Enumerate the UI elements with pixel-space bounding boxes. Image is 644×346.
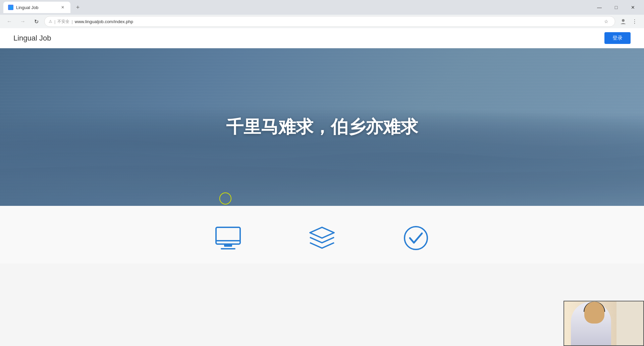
check-circle-icon bbox=[402, 226, 429, 250]
svg-marker-7 bbox=[310, 227, 334, 238]
maximize-button[interactable]: □ bbox=[608, 0, 624, 15]
address-actions: ☆ bbox=[601, 17, 611, 26]
feature-monitor bbox=[215, 226, 241, 250]
cursor-indicator bbox=[219, 192, 231, 205]
svg-point-8 bbox=[405, 227, 427, 249]
svg-point-2 bbox=[622, 19, 625, 22]
reload-button[interactable]: ↻ bbox=[31, 16, 42, 27]
address-bar-row: ← → ↻ ⚠ | 不安全 | www.lingualjob.com/index… bbox=[0, 15, 644, 28]
feature-check bbox=[402, 226, 429, 250]
tab-close-button[interactable]: ✕ bbox=[60, 4, 66, 10]
security-label: 不安全 bbox=[57, 19, 69, 24]
tab-bar: 🌐 Lingual Job ✕ + — □ ✕ bbox=[0, 0, 644, 15]
address-url: www.lingualjob.com/index.php bbox=[75, 19, 133, 24]
tab-favicon: 🌐 bbox=[8, 5, 13, 10]
address-separator-2: | bbox=[71, 19, 72, 24]
site-header: Lingual Job 登录 bbox=[0, 28, 644, 48]
address-separator: | bbox=[54, 19, 55, 24]
svg-text:🌐: 🌐 bbox=[9, 6, 13, 9]
bookmark-button[interactable]: ☆ bbox=[601, 17, 611, 26]
hero-headline: 千里马难求，伯乡亦难求 bbox=[226, 115, 418, 139]
svg-rect-5 bbox=[224, 244, 232, 247]
site-logo: Lingual Job bbox=[13, 34, 51, 43]
profile-button[interactable] bbox=[618, 16, 629, 27]
svg-rect-3 bbox=[216, 227, 240, 244]
login-button[interactable]: 登录 bbox=[604, 32, 631, 44]
features-section bbox=[0, 206, 644, 264]
feature-layers bbox=[309, 226, 335, 250]
minimize-button[interactable]: — bbox=[592, 0, 607, 15]
monitor-icon bbox=[215, 226, 241, 250]
extensions-button[interactable]: ⋮ bbox=[629, 16, 640, 27]
forward-button[interactable]: → bbox=[17, 16, 28, 27]
security-icon: ⚠ bbox=[49, 19, 52, 24]
tab-title: Lingual Job bbox=[16, 5, 39, 10]
hero-section: 千里马难求，伯乡亦难求 bbox=[0, 48, 644, 206]
website-content: Lingual Job 登录 千里马难求，伯乡亦难求 bbox=[0, 28, 644, 264]
close-button[interactable]: ✕ bbox=[625, 0, 641, 15]
browser-actions: ⋮ bbox=[618, 16, 640, 27]
window-controls: — □ ✕ bbox=[592, 0, 641, 15]
address-bar[interactable]: ⚠ | 不安全 | www.lingualjob.com/index.php ☆ bbox=[44, 16, 615, 27]
back-button[interactable]: ← bbox=[4, 16, 15, 27]
active-tab[interactable]: 🌐 Lingual Job ✕ bbox=[3, 2, 70, 13]
layers-icon bbox=[309, 226, 335, 250]
browser-chrome: 🌐 Lingual Job ✕ + — □ ✕ ← → ↻ ⚠ | 不安全 | … bbox=[0, 0, 644, 28]
new-tab-button[interactable]: + bbox=[73, 3, 83, 12]
